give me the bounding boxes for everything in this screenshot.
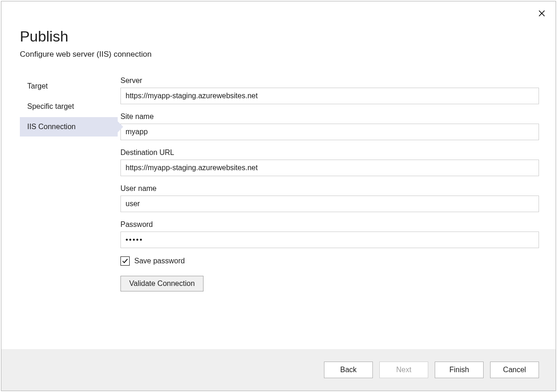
publish-dialog: Publish Configure web server (IIS) conne… <box>1 1 556 391</box>
field-site-name: Site name <box>120 113 539 140</box>
server-input[interactable] <box>120 88 539 104</box>
nav-item-target[interactable]: Target <box>20 77 118 96</box>
destination-url-label: Destination URL <box>120 148 539 157</box>
dialog-subtitle: Configure web server (IIS) connection <box>20 50 537 59</box>
user-name-label: User name <box>120 184 539 193</box>
destination-url-input[interactable] <box>120 160 539 176</box>
save-password-checkbox[interactable] <box>120 256 130 266</box>
field-destination-url: Destination URL <box>120 148 539 176</box>
save-password-row: Save password <box>120 256 539 266</box>
dialog-title: Publish <box>20 28 537 45</box>
dialog-content: Target Specific target IIS Connection Se… <box>1 77 556 349</box>
close-button[interactable] <box>536 8 547 19</box>
close-icon <box>538 10 545 17</box>
cancel-button[interactable]: Cancel <box>490 362 539 378</box>
nav-item-iis-connection[interactable]: IIS Connection <box>20 117 118 137</box>
password-input[interactable] <box>120 232 539 248</box>
next-button-label: Next <box>396 366 412 374</box>
finish-button[interactable]: Finish <box>435 362 484 378</box>
validate-connection-button[interactable]: Validate Connection <box>120 276 204 291</box>
back-button[interactable]: Back <box>324 362 373 378</box>
wizard-sidebar: Target Specific target IIS Connection <box>20 77 118 349</box>
nav-item-specific-target[interactable]: Specific target <box>20 97 118 116</box>
site-name-input[interactable] <box>120 124 539 140</box>
finish-button-label: Finish <box>449 366 469 374</box>
dialog-footer: Back Next Finish Cancel <box>1 349 556 391</box>
checkmark-icon <box>122 258 128 264</box>
field-user-name: User name <box>120 184 539 212</box>
save-password-label: Save password <box>134 257 185 265</box>
nav-item-label: Specific target <box>27 102 74 110</box>
password-label: Password <box>120 220 539 229</box>
dialog-header: Publish Configure web server (IIS) conne… <box>1 1 556 77</box>
form-area: Server Site name Destination URL User na… <box>118 77 539 349</box>
field-server: Server <box>120 77 539 104</box>
user-name-input[interactable] <box>120 196 539 212</box>
next-button: Next <box>379 362 428 378</box>
site-name-label: Site name <box>120 113 539 121</box>
nav-item-label: IIS Connection <box>27 123 76 131</box>
server-label: Server <box>120 77 539 85</box>
validate-connection-label: Validate Connection <box>129 279 195 287</box>
back-button-label: Back <box>340 366 357 374</box>
field-password: Password <box>120 220 539 248</box>
cancel-button-label: Cancel <box>503 366 526 374</box>
nav-item-label: Target <box>27 82 48 90</box>
